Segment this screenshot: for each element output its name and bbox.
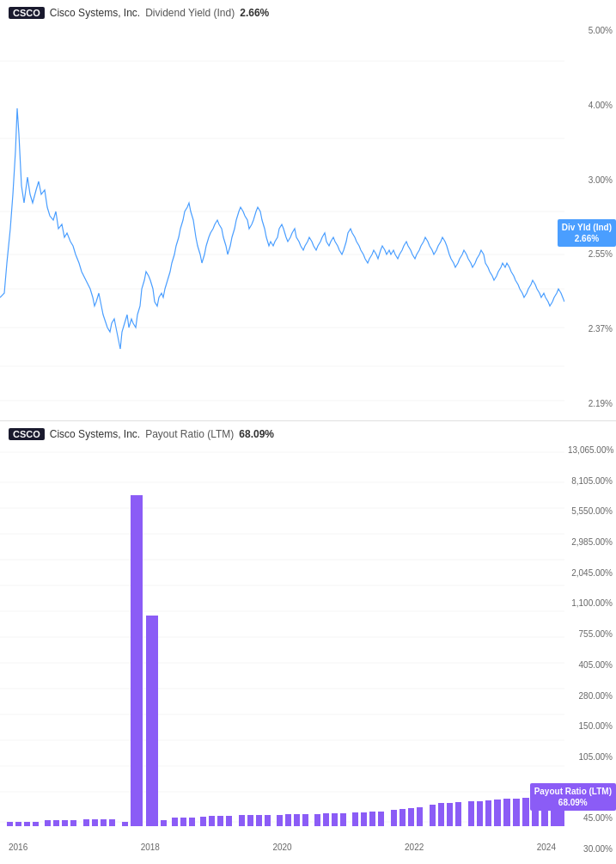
payout-label-line2: 68.09% [558,798,588,807]
label-tag-line1: Div Yld (Ind) [562,223,612,232]
svg-rect-44 [217,816,223,826]
svg-rect-71 [477,801,483,826]
svg-rect-39 [172,818,178,826]
svg-rect-34 [109,819,115,826]
x-label-2024: 2024 [537,843,556,852]
y-label-b-5: 2,045.00% [568,568,613,578]
svg-rect-52 [294,814,300,826]
svg-rect-37 [146,616,158,826]
x-label-2016: 2016 [9,843,27,852]
svg-rect-27 [45,820,51,826]
svg-rect-30 [70,820,76,826]
svg-rect-59 [361,812,367,826]
svg-rect-61 [378,812,384,826]
y-label-b-3: 5,550.00% [568,506,613,516]
bottom-chart-svg [0,444,564,843]
svg-rect-49 [265,815,271,826]
y-label-b-7: 755.00% [568,629,613,639]
svg-rect-33 [101,819,107,826]
chart-container: CSCO Cisco Systems, Inc. Dividend Yield … [0,0,616,864]
svg-rect-60 [369,812,375,826]
svg-rect-68 [447,803,453,826]
bottom-chart: CSCO Cisco Systems, Inc. Payout Ratio (L… [0,421,616,864]
svg-rect-53 [302,814,308,826]
svg-rect-54 [314,814,320,826]
y-label-5: 2.37% [568,324,613,334]
bottom-chart-header: CSCO Cisco Systems, Inc. Payout Ratio (L… [0,421,616,444]
svg-rect-65 [417,807,423,826]
svg-rect-57 [340,813,346,826]
svg-rect-66 [430,805,436,826]
top-chart-svg [0,22,564,409]
bottom-chart-area: 13,065.00% 8,105.00% 5,550.00% 2,985.00%… [0,444,616,855]
top-chart-y-axis: 5.00% 4.00% 3.00% 2.55% 2.37% 2.19% [564,22,616,412]
svg-rect-73 [494,800,501,826]
y-label-b-14: 30.00% [568,844,613,854]
y-label-6: 2.19% [568,399,613,408]
svg-rect-35 [122,822,128,826]
y-label-b-9: 280.00% [568,691,613,701]
svg-rect-63 [399,809,406,826]
y-label-b-4: 2,985.00% [568,537,613,547]
svg-rect-26 [33,822,39,826]
svg-rect-76 [522,798,529,826]
svg-rect-48 [256,815,262,826]
svg-rect-41 [189,818,195,826]
svg-rect-47 [247,815,253,826]
y-label-2: 4.00% [568,101,613,110]
top-chart-metric: Dividend Yield (Ind) [145,7,235,19]
svg-rect-55 [323,813,329,826]
svg-rect-25 [24,822,30,826]
bottom-chart-company: Cisco Systems, Inc. [50,428,140,440]
top-chart-company: Cisco Systems, Inc. [50,7,140,19]
x-label-2020: 2020 [272,843,291,852]
svg-rect-40 [180,818,186,826]
y-label-b-11: 105.00% [568,752,613,762]
y-label-b-10: 150.00% [568,721,613,731]
y-label-3: 3.00% [568,175,613,185]
top-chart-header: CSCO Cisco Systems, Inc. Dividend Yield … [0,0,616,22]
bottom-chart-label-tag: Payout Ratio (LTM) 68.09% [530,783,616,811]
top-chart-area: 5.00% 4.00% 3.00% 2.55% 2.37% 2.19% Div … [0,22,616,412]
x-label-2018: 2018 [141,843,160,852]
svg-rect-67 [438,803,444,826]
svg-rect-24 [15,822,21,826]
svg-rect-50 [277,815,283,826]
y-label-4: 2.55% [568,249,613,259]
svg-rect-45 [226,816,232,826]
top-chart-value: 2.66% [240,7,269,19]
svg-rect-70 [468,801,474,826]
svg-rect-42 [200,817,206,826]
svg-rect-51 [285,814,291,826]
svg-rect-23 [7,822,13,826]
label-tag-line2: 2.66% [575,234,599,243]
y-label-b-1: 13,065.00% [568,445,613,455]
svg-rect-72 [485,800,491,826]
bottom-chart-value: 68.09% [239,428,274,440]
svg-rect-28 [53,820,59,826]
svg-rect-31 [83,819,89,826]
svg-rect-36 [131,495,143,826]
y-label-b-13: 45.00% [568,813,613,823]
bottom-chart-metric: Payout Ratio (LTM) [145,428,234,440]
svg-rect-62 [391,810,397,826]
svg-rect-56 [332,813,338,826]
top-ticker-badge: CSCO [9,7,45,19]
svg-rect-64 [408,808,414,826]
svg-rect-74 [503,799,510,826]
svg-rect-58 [352,812,358,826]
payout-label-line1: Payout Ratio (LTM) [534,787,612,796]
svg-rect-69 [455,802,461,826]
y-label-1: 5.00% [568,26,613,35]
svg-rect-29 [62,820,68,826]
x-label-2022: 2022 [405,843,424,852]
y-label-b-8: 405.00% [568,660,613,670]
svg-rect-46 [239,815,245,826]
svg-rect-38 [161,820,167,826]
svg-rect-32 [92,819,98,826]
svg-rect-43 [209,816,215,826]
top-chart: CSCO Cisco Systems, Inc. Dividend Yield … [0,0,616,421]
top-chart-label-tag: Div Yld (Ind) 2.66% [558,219,616,247]
bottom-ticker-badge: CSCO [9,428,45,440]
svg-rect-75 [513,799,520,826]
